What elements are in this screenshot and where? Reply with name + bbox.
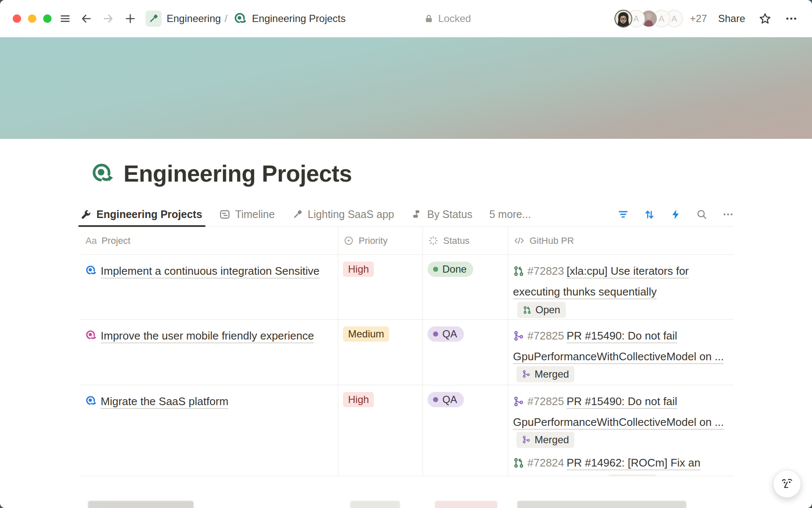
git-pull-request-icon <box>513 456 524 474</box>
avatar[interactable] <box>614 10 632 28</box>
git-pull-request-icon <box>523 306 532 315</box>
project-page-icon <box>85 328 97 347</box>
automation-bolt-icon[interactable] <box>670 209 681 220</box>
page-title[interactable]: Engineering Projects <box>123 160 352 187</box>
breadcrumb-workspace-icon[interactable] <box>145 11 162 27</box>
git-merge-icon <box>522 435 531 444</box>
board-icon <box>411 209 422 220</box>
priority-cell[interactable]: Medium <box>338 320 423 385</box>
view-tabs: Engineering Projects Timeline Lighting S… <box>80 202 734 227</box>
pr-number: #72824 <box>527 456 564 469</box>
notion-ai-button[interactable] <box>773 470 801 498</box>
minimize-window-button[interactable] <box>28 14 36 23</box>
table-row: Improve the user mobile friendly experie… <box>80 320 734 385</box>
priority-tag: High <box>343 262 374 277</box>
pr-state-badge: Merged <box>516 432 574 448</box>
status-dot <box>433 331 438 337</box>
partial-next-row <box>517 501 686 508</box>
tab-lighting-saas-app[interactable]: Lighting SaaS app <box>292 202 394 226</box>
select-property-icon <box>343 235 354 246</box>
wrench-icon <box>80 209 92 220</box>
page-content: Engineering Projects Engineering Project… <box>0 139 812 476</box>
priority-cell[interactable]: High <box>338 385 423 476</box>
new-page-icon[interactable] <box>124 13 136 25</box>
pr-state-badge: Merged <box>516 366 574 382</box>
column-header-status[interactable]: Status <box>423 227 508 254</box>
tab-engineering-projects[interactable]: Engineering Projects <box>80 202 202 226</box>
page-cover-image[interactable] <box>0 37 812 139</box>
avatar-overflow-count[interactable]: +27 <box>690 13 707 25</box>
filter-icon[interactable] <box>617 209 629 220</box>
notion-window: Engineering / Engineering Projects Locke… <box>0 0 812 508</box>
project-page-icon <box>85 394 97 412</box>
locked-label: Locked <box>438 13 471 25</box>
project-cell[interactable]: Migrate the SaaS platform <box>80 385 338 476</box>
status-dot <box>433 397 438 402</box>
project-page-icon <box>85 263 97 282</box>
back-icon[interactable] <box>80 13 92 25</box>
column-header-project[interactable]: Aa Project <box>80 227 338 254</box>
breadcrumb-workspace[interactable]: Engineering <box>167 13 221 25</box>
priority-tag: Medium <box>343 326 389 342</box>
status-cell[interactable]: QA <box>423 385 508 476</box>
git-merge-icon <box>522 370 531 378</box>
sidebar-toggle-icon[interactable] <box>59 13 71 25</box>
pr-state-badge: Open <box>608 475 657 477</box>
partial-next-row <box>88 501 194 508</box>
traffic-lights <box>13 14 52 23</box>
hammer-icon <box>292 209 303 220</box>
text-property-icon: Aa <box>85 235 97 246</box>
database-table: Aa Project Priority Status GitHub PR <box>80 227 734 476</box>
timeline-icon <box>219 209 230 220</box>
breadcrumb-page[interactable]: Engineering Projects <box>252 13 346 25</box>
table-header-row: Aa Project Priority Status GitHub PR <box>80 227 734 255</box>
git-merge-icon <box>513 394 524 413</box>
presence-avatars[interactable]: A A A <box>614 10 683 28</box>
table-row: Implement a continuous integration Sensi… <box>80 255 734 320</box>
partial-next-row <box>350 501 400 508</box>
status-tag: QA <box>428 392 464 407</box>
breadcrumb-page-icon <box>233 12 247 25</box>
search-icon[interactable] <box>696 209 708 220</box>
project-cell[interactable]: Implement a continuous integration Sensi… <box>80 255 338 319</box>
page-icon[interactable] <box>91 162 114 185</box>
lock-icon <box>424 14 434 24</box>
table-row: Migrate the SaaS platform High QA #72825… <box>80 385 734 476</box>
github-pr-cell[interactable]: #72823[xla:cpu] Use iterators for execut… <box>508 255 734 319</box>
project-title-link[interactable]: Implement a continuous integration Sensi… <box>101 265 319 277</box>
favorite-star-icon[interactable] <box>759 12 771 25</box>
lock-status[interactable]: Locked <box>424 13 471 25</box>
status-cell[interactable]: QA <box>423 320 508 385</box>
project-cell[interactable]: Improve the user mobile friendly experie… <box>80 320 338 385</box>
priority-cell[interactable]: High <box>338 255 423 319</box>
column-header-priority[interactable]: Priority <box>338 227 423 254</box>
forward-icon[interactable] <box>102 13 114 25</box>
git-pull-request-icon <box>513 264 524 282</box>
github-pr-cell[interactable]: #72825PR #15490: Do not fail GpuPerforma… <box>508 320 734 385</box>
pr-number: #72825 <box>527 329 564 342</box>
column-header-github-pr[interactable]: GitHub PR <box>508 227 734 254</box>
more-views-button[interactable]: 5 more... <box>489 202 531 226</box>
pr-state-badge: Open <box>517 302 566 318</box>
window-toolbar: Engineering / Engineering Projects Locke… <box>0 0 812 37</box>
github-pr-cell[interactable]: #72825PR #15490: Do not fail GpuPerforma… <box>508 385 734 476</box>
close-window-button[interactable] <box>13 14 21 23</box>
partial-next-row <box>435 501 497 508</box>
code-property-icon <box>513 235 525 246</box>
status-cell[interactable]: Done <box>423 255 508 319</box>
sort-icon[interactable] <box>644 209 655 220</box>
pr-number: #72825 <box>527 395 564 408</box>
git-merge-icon <box>513 329 524 347</box>
tab-timeline[interactable]: Timeline <box>219 202 275 226</box>
breadcrumb-separator: / <box>225 13 228 25</box>
tab-by-status[interactable]: By Status <box>411 202 472 226</box>
view-options-icon[interactable] <box>722 209 734 220</box>
status-property-icon <box>428 235 439 246</box>
project-title-link[interactable]: Migrate the SaaS platform <box>101 395 228 408</box>
zoom-window-button[interactable] <box>43 14 52 23</box>
status-tag: QA <box>428 326 464 342</box>
more-options-icon[interactable] <box>785 12 798 25</box>
share-button[interactable]: Share <box>718 13 745 25</box>
priority-tag: High <box>343 392 374 407</box>
project-title-link[interactable]: Improve the user mobile friendly experie… <box>101 329 314 342</box>
